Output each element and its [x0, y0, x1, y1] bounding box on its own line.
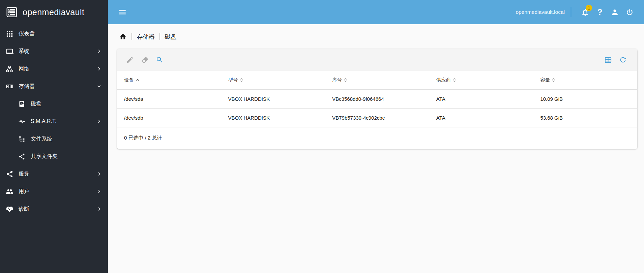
content-area: 存储器磁盘 设备型号序号供应商容量 /dev/sdaVBOX HARDDISKV… [108, 24, 644, 273]
sidebar-item-smart[interactable]: S.M.A.R.T. [0, 113, 108, 130]
table-icon [604, 56, 612, 64]
table-cell: VB79b57330-4c902cbc [325, 108, 429, 127]
sidebar-item-label: 用户 [19, 188, 96, 195]
table-cell: ATA [429, 108, 533, 127]
table-cell: /dev/sdb [117, 108, 221, 127]
table-cell: VBOX HARDDISK [221, 89, 325, 108]
selection-summary: 0 已选中 / 2 总计 [124, 135, 162, 141]
magnify-icon [156, 56, 164, 64]
laptop-icon [5, 47, 13, 55]
menu-toggle-button[interactable] [118, 7, 127, 17]
user-menu-button[interactable] [609, 5, 620, 19]
notification-badge: 1 [586, 5, 592, 11]
sort-icon [453, 78, 456, 83]
chevron-right-icon [96, 171, 102, 177]
sidebar: openmediavault 仪表盘系统网络存储器磁盘S.M.A.R.T.文件系… [0, 0, 108, 273]
table-row[interactable]: /dev/sdaVBOX HARDDISKVBc3568dd0-9f064664… [117, 89, 637, 108]
breadcrumb-separator [159, 33, 160, 40]
sidebar-item-users[interactable]: 用户 [0, 183, 108, 200]
columns-button[interactable] [602, 54, 614, 66]
sidebar-item-services[interactable]: 服务 [0, 165, 108, 183]
help-icon: ? [597, 8, 603, 16]
disks-panel: 设备型号序号供应商容量 /dev/sdaVBOX HARDDISKVBc3568… [117, 49, 637, 149]
sidebar-item-label: S.M.A.R.T. [31, 118, 96, 124]
sort-icon [344, 78, 347, 83]
notifications-button[interactable]: 1 [579, 5, 591, 19]
search-button[interactable] [153, 54, 166, 66]
account-multiple-icon [5, 187, 13, 195]
breadcrumb-item[interactable]: 磁盘 [165, 33, 177, 41]
chevron-right-icon [96, 189, 102, 194]
sidebar-item-dashboard[interactable]: 仪表盘 [0, 25, 108, 42]
table-cell: 10.09 GiB [533, 89, 637, 108]
topbar: openmediavault.local 1 ? [108, 0, 644, 24]
sidebar-nav: 仪表盘系统网络存储器磁盘S.M.A.R.T.文件系统共享文件夹服务用户诊断 [0, 24, 108, 218]
sidebar-item-filesystems[interactable]: 文件系统 [0, 130, 108, 148]
column-label: 序号 [332, 77, 342, 83]
user-icon [611, 8, 619, 17]
power-button[interactable] [624, 5, 635, 19]
pencil-icon [126, 56, 134, 64]
home-icon [119, 33, 127, 40]
chevron-right-icon [96, 206, 102, 212]
sort-icon [240, 78, 243, 83]
column-label: 型号 [228, 77, 238, 83]
column-header[interactable]: 型号 [221, 71, 325, 89]
eraser-icon [141, 56, 149, 64]
chevron-right-icon [96, 49, 102, 54]
column-label: 容量 [540, 77, 550, 83]
sidebar-item-network[interactable]: 网络 [0, 60, 108, 78]
column-header[interactable]: 序号 [325, 71, 429, 89]
sidebar-item-label: 共享文件夹 [31, 153, 102, 160]
sort-ascending-icon [136, 78, 140, 82]
power-icon [625, 8, 634, 17]
reload-button[interactable] [617, 54, 629, 66]
chevron-right-icon [96, 119, 102, 124]
sidebar-item-storage[interactable]: 存储器 [0, 78, 108, 95]
sidebar-item-label: 系统 [19, 48, 96, 55]
sidebar-item-sharedfolders[interactable]: 共享文件夹 [0, 148, 108, 165]
table-cell: VBc3568dd0-9f064664 [325, 89, 429, 108]
table-row[interactable]: /dev/sdbVBOX HARDDISKVB79b57330-4c902cbc… [117, 108, 637, 127]
sidebar-item-label: 仪表盘 [19, 30, 102, 37]
table-header-row: 设备型号序号供应商容量 [117, 71, 637, 89]
sidebar-item-system[interactable]: 系统 [0, 42, 108, 60]
column-label: 供应商 [436, 77, 451, 83]
edit-button[interactable] [124, 54, 136, 66]
sidebar-item-label: 服务 [19, 171, 96, 178]
column-header[interactable]: 设备 [117, 71, 221, 89]
storage-icon [5, 82, 13, 90]
table-footer: 0 已选中 / 2 总计 [117, 127, 637, 149]
datatable-toolbar [117, 49, 637, 71]
chevron-right-icon [96, 66, 102, 71]
column-header[interactable]: 供应商 [429, 71, 533, 89]
heart-pulse-icon [5, 205, 13, 213]
pulse-icon [18, 117, 26, 125]
wipe-button[interactable] [139, 54, 151, 66]
share-variant-icon [18, 152, 26, 160]
column-header[interactable]: 容量 [533, 71, 637, 89]
table-body: /dev/sdaVBOX HARDDISKVBc3568dd0-9f064664… [117, 89, 637, 127]
table-cell: ATA [429, 89, 533, 108]
column-label: 设备 [124, 77, 134, 83]
breadcrumb-item[interactable]: 存储器 [137, 33, 155, 41]
sidebar-item-diagnostics[interactable]: 诊断 [0, 200, 108, 218]
disks-table: 设备型号序号供应商容量 /dev/sdaVBOX HARDDISKVBc3568… [117, 71, 637, 127]
topbar-divider [571, 7, 571, 17]
hostname-label: openmediavault.local [516, 9, 565, 15]
table-cell: 53.68 GiB [533, 108, 637, 127]
table-head: 设备型号序号供应商容量 [117, 71, 637, 89]
table-cell: /dev/sda [117, 89, 221, 108]
sidebar-item-label: 文件系统 [31, 135, 102, 143]
table-cell: VBOX HARDDISK [221, 108, 325, 127]
share-variant-icon [5, 170, 13, 178]
sidebar-item-disks[interactable]: 磁盘 [0, 95, 108, 113]
sidebar-item-label: 网络 [19, 65, 96, 72]
file-tree-icon [18, 135, 26, 143]
help-button[interactable]: ? [594, 5, 606, 19]
toolbar-left [124, 54, 168, 66]
harddisk-icon [18, 100, 26, 108]
sidebar-item-label: 诊断 [19, 206, 96, 213]
toolbar-right [599, 54, 629, 66]
breadcrumb-home-button[interactable] [119, 33, 127, 40]
